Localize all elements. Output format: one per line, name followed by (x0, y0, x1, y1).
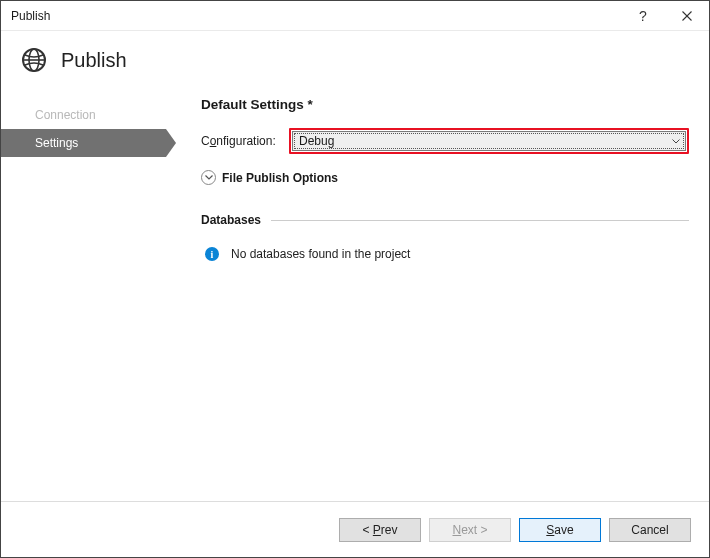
next-button: Next > (429, 518, 511, 542)
window-title: Publish (11, 9, 621, 23)
dialog-header: Publish (1, 31, 709, 95)
dialog-footer: < Prev Next > Save Cancel (1, 501, 709, 557)
expander-label: File Publish Options (222, 171, 338, 185)
chevron-down-icon (672, 139, 680, 144)
expand-toggle-icon (201, 170, 216, 185)
databases-label: Databases (201, 213, 261, 227)
sidebar: Connection Settings (1, 95, 166, 501)
configuration-dropdown[interactable]: Debug (292, 131, 686, 151)
close-icon (682, 11, 692, 21)
file-publish-options-expander[interactable]: File Publish Options (201, 170, 689, 185)
configuration-value: Debug (299, 134, 334, 148)
sidebar-item-label: Settings (35, 136, 78, 150)
databases-info: i No databases found in the project (201, 247, 689, 261)
databases-message: No databases found in the project (231, 247, 410, 261)
prev-button[interactable]: < Prev (339, 518, 421, 542)
dialog-body: Connection Settings Default Settings * C… (1, 95, 709, 501)
globe-icon (21, 47, 47, 73)
databases-section-header: Databases (201, 213, 689, 227)
info-icon: i (205, 247, 219, 261)
chevron-down-icon (205, 175, 213, 180)
page-title: Publish (61, 49, 127, 72)
titlebar: Publish ? (1, 1, 709, 31)
sidebar-item-settings[interactable]: Settings (1, 129, 166, 157)
help-button[interactable]: ? (621, 1, 665, 31)
sidebar-item-label: Connection (35, 108, 96, 122)
publish-dialog: Publish ? Publish Connection Settings (0, 0, 710, 558)
configuration-label: Configuration: (201, 134, 289, 148)
save-button[interactable]: Save (519, 518, 601, 542)
cancel-button[interactable]: Cancel (609, 518, 691, 542)
divider (271, 220, 689, 221)
section-heading: Default Settings * (201, 97, 689, 112)
configuration-row: Configuration: Debug (201, 128, 689, 154)
content-pane: Default Settings * Configuration: Debug (166, 95, 709, 501)
configuration-highlight: Debug (289, 128, 689, 154)
close-button[interactable] (665, 1, 709, 31)
sidebar-item-connection[interactable]: Connection (1, 101, 166, 129)
